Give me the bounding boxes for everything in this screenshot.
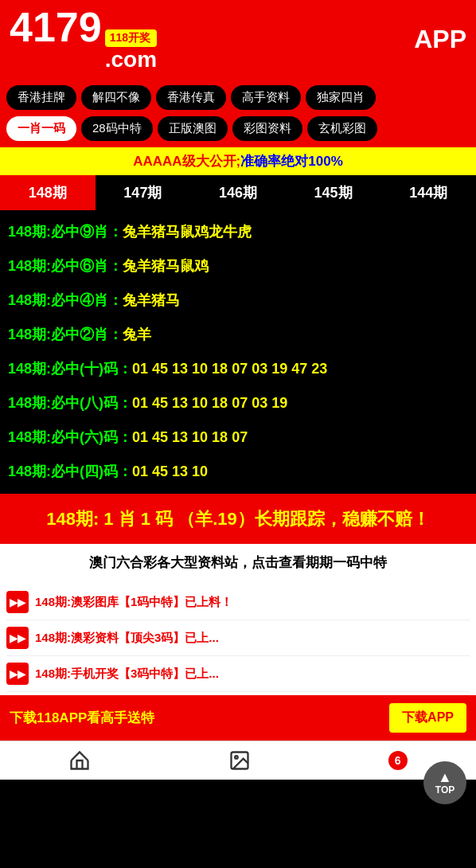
logo-number: 4179 <box>10 6 102 48</box>
nav-row-1: 香港挂牌 解四不像 香港传真 高手资料 独家四肖 <box>0 79 476 116</box>
list-icon-1: ▶▶ <box>6 627 29 649</box>
nav-btn-hkgp[interactable]: 香港挂牌 <box>6 85 76 110</box>
row-6xiao-value: 兔羊猪马鼠鸡 <box>123 258 209 274</box>
nav-btn-dsjx[interactable]: 独家四肖 <box>306 85 376 110</box>
announcement: AAAAA级大公开;准确率绝对100% <box>0 147 476 175</box>
list-icon-symbol-1: ▶▶ <box>10 632 25 644</box>
row-6ma-value: 01 45 13 10 18 07 <box>132 429 248 445</box>
row-6xiao: 148期:必中⑥肖：兔羊猪马鼠鸡 <box>6 249 470 283</box>
row-8ma-value: 01 45 13 10 18 07 03 19 <box>132 395 287 411</box>
row-10ma-value: 01 45 13 10 18 07 03 19 47 23 <box>132 361 327 377</box>
nav-gallery[interactable] <box>228 749 251 772</box>
home-icon <box>68 749 91 772</box>
list-text-0: 148期:澳彩图库【1码中特】已上料！ <box>35 595 232 610</box>
nav-home[interactable] <box>68 749 91 772</box>
list-item-0[interactable]: ▶▶ 148期:澳彩图库【1码中特】已上料！ <box>6 585 470 620</box>
row-6ma: 148期:必中(六)码：01 45 13 10 18 07 <box>6 420 470 455</box>
nav-btn-hkcz[interactable]: 香港传真 <box>156 85 226 110</box>
nav-btn-xjcy[interactable]: 玄机彩图 <box>307 116 377 141</box>
download-bar: 下载118APP看高手送特 下载APP <box>0 695 476 741</box>
nav-badge-count: 6 <box>388 751 408 770</box>
row-2xiao: 148期:必中②肖：兔羊 <box>6 318 470 352</box>
row-10ma-label: 148期:必中(十)码： <box>8 361 132 377</box>
row-4ma-label: 148期:必中(四)码： <box>8 463 132 479</box>
logo-badge-top: 118开奖 <box>110 31 152 45</box>
row-9xiao-value: 兔羊猪马鼠鸡龙牛虎 <box>123 224 252 240</box>
logo: 4179 118开奖 .com <box>10 6 157 72</box>
list-item-1[interactable]: ▶▶ 148期:澳彩资料【顶尖3码】已上... <box>6 620 470 656</box>
list-icon-2: ▶▶ <box>6 663 29 685</box>
list-text-1: 148期:澳彩资料【顶尖3码】已上... <box>35 631 219 646</box>
logo-dotcom: .com <box>105 47 157 72</box>
row-2xiao-value: 兔羊 <box>123 326 151 342</box>
list-item-2[interactable]: ▶▶ 148期:手机开奖【3码中特】已上... <box>6 656 470 692</box>
app-label: APP <box>414 25 466 54</box>
nav-badge[interactable]: 6 <box>388 751 408 770</box>
tab-147[interactable]: 147期 <box>96 175 191 210</box>
row-9xiao-label: 148期:必中⑨肖： <box>8 224 123 240</box>
nav-row-2: 一肖一码 28码中特 正版澳图 彩图资料 玄机彩图 <box>0 116 476 147</box>
row-4xiao: 148期:必中④肖：兔羊猪马 <box>6 283 470 318</box>
row-2xiao-label: 148期:必中②肖： <box>8 326 123 342</box>
svg-point-1 <box>235 756 238 759</box>
tab-148[interactable]: 148期 <box>0 175 96 210</box>
header: 4179 118开奖 .com APP <box>0 0 476 79</box>
nav-btn-yxym[interactable]: 一肖一码 <box>6 116 76 141</box>
list-icon-symbol-2: ▶▶ <box>10 668 25 680</box>
nav-btn-zbat[interactable]: 正版澳图 <box>158 116 228 141</box>
list-area: ▶▶ 148期:澳彩图库【1码中特】已上料！ ▶▶ 148期:澳彩资料【顶尖3码… <box>0 581 476 695</box>
row-9xiao: 148期:必中⑨肖：兔羊猪马鼠鸡龙牛虎 <box>6 215 470 249</box>
nav-btn-jsbx[interactable]: 解四不像 <box>81 85 151 110</box>
nav-btn-ctzl[interactable]: 彩图资料 <box>232 116 302 141</box>
info-title: 澳门六合彩各大型资料站，点击查看期期一码中特 <box>8 553 468 572</box>
row-4xiao-value: 兔羊猪马 <box>123 292 180 308</box>
announce-prefix: AAAAA级大公开; <box>133 154 240 169</box>
nav-btn-gszl[interactable]: 高手资料 <box>231 85 301 110</box>
download-app-button[interactable]: 下载APP <box>389 703 466 733</box>
tab-145[interactable]: 145期 <box>286 175 381 210</box>
content-area: 148期:必中⑨肖：兔羊猪马鼠鸡龙牛虎 148期:必中⑥肖：兔羊猪马鼠鸡 148… <box>0 210 476 494</box>
info-section: 澳门六合彩各大型资料站，点击查看期期一码中特 <box>0 544 476 581</box>
nav-btn-28mzt[interactable]: 28码中特 <box>81 116 153 141</box>
logo-badge: 118开奖 <box>105 29 157 47</box>
tab-146[interactable]: 146期 <box>190 175 286 210</box>
tab-144[interactable]: 144期 <box>380 175 476 210</box>
row-4ma: 148期:必中(四)码：01 45 13 10 <box>6 455 470 489</box>
red-banner-text: 148期: 1 肖 1 码 （羊.19）长期跟踪，稳赚不赔！ <box>10 505 466 533</box>
row-8ma: 148期:必中(八)码：01 45 13 10 18 07 03 19 <box>6 386 470 420</box>
row-4xiao-label: 148期:必中④肖： <box>8 292 123 308</box>
row-6ma-label: 148期:必中(六)码： <box>8 429 132 445</box>
period-tabs: 148期 147期 146期 145期 144期 <box>0 175 476 210</box>
list-text-2: 148期:手机开奖【3码中特】已上... <box>35 667 219 682</box>
row-4ma-value: 01 45 13 10 <box>132 463 208 479</box>
image-icon <box>228 749 251 772</box>
bottom-nav: 6 <box>0 741 476 780</box>
row-10ma: 148期:必中(十)码：01 45 13 10 18 07 03 19 47 2… <box>6 352 470 386</box>
download-bar-text: 下载118APP看高手送特 <box>10 709 154 727</box>
list-icon-0: ▶▶ <box>6 591 29 613</box>
announce-suffix: 准确率绝对100% <box>240 154 342 169</box>
red-banner: 148期: 1 肖 1 码 （羊.19）长期跟踪，稳赚不赔！ <box>0 494 476 544</box>
row-6xiao-label: 148期:必中⑥肖： <box>8 258 123 274</box>
row-8ma-label: 148期:必中(八)码： <box>8 395 132 411</box>
top-arrow-icon: ▲ <box>438 770 452 780</box>
list-icon-symbol-0: ▶▶ <box>10 596 25 608</box>
